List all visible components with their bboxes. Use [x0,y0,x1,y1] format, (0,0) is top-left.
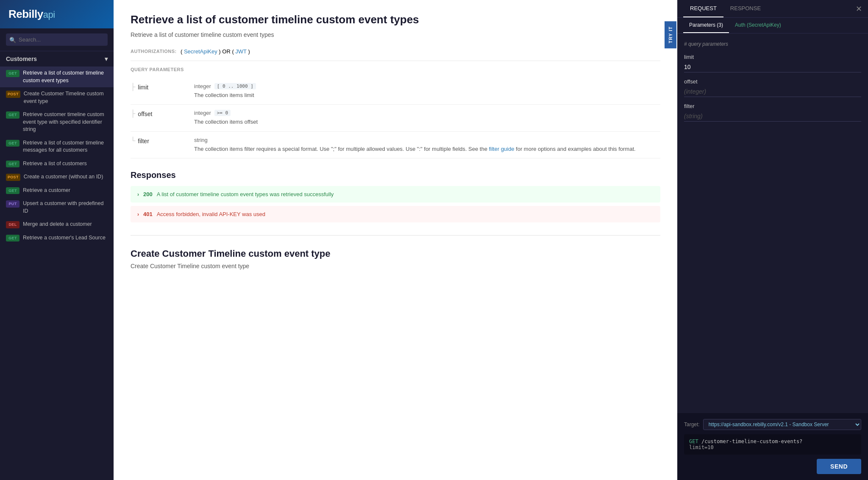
auth-link-secretapikey[interactable]: SecretApiKey [184,48,217,55]
panel-input-label-2: filter [684,103,861,109]
panel-footer: Target: https://api-sandbox.rebilly.com/… [677,413,868,480]
response-code-1: 401 [143,211,153,217]
auth-row: AUTHORIZATIONS: ( SecretApiKey ) OR ( JW… [131,48,660,55]
tab-request[interactable]: REQUEST [683,0,723,17]
panel-input-2[interactable] [684,111,861,122]
response-code-0: 200 [143,191,153,197]
req-params: limit=10 [689,444,714,450]
param-row-1: ├ offset integer >= 0 The collection ite… [131,105,660,132]
method-badge-3: GET [6,140,19,147]
method-badge-1: POST [6,91,20,98]
panel-input-1[interactable] [684,86,861,97]
try-it-label: TRY IT [668,26,673,43]
sidebar-item-label-0: Retrieve a list of customer timeline cus… [23,69,109,84]
responses-list: ›200A list of customer timeline custom e… [131,186,660,222]
param-desc-1: The collection items offset [194,118,660,126]
method-badge-6: GET [6,187,19,194]
responses-title: Responses [131,170,660,180]
search-input[interactable] [6,33,108,46]
logo-rebilly: Rebilly [8,8,43,20]
sidebar-item-label-7: Upsert a customer with predefined ID [23,200,109,215]
panel-input-label-1: offset [684,78,861,85]
logo-api: api [43,9,55,20]
filter-guide-link[interactable]: filter guide [489,146,514,152]
sidebar-item-label-3: Retrieve a list of customer timeline mes… [23,139,109,154]
param-desc-0: The collection items limit [194,91,660,100]
param-constraint-0: [ 0 .. 1000 ] [214,83,256,89]
close-button[interactable]: ✕ [856,4,862,14]
response-chevron-1: › [137,211,139,217]
sidebar-item-label-8: Merge and delete a customer [23,221,92,228]
main-content: Retrieve a list of customer timeline cus… [114,0,677,480]
panel-input-row-2: filter [684,103,861,122]
sidebar-item-9[interactable]: GETRetrieve a customer's Lead Source [0,231,114,245]
sidebar-item-7[interactable]: PUTUpsert a customer with predefined ID [0,197,114,218]
target-select[interactable]: https://api-sandbox.rebilly.com/v2.1 - S… [703,419,861,430]
sidebar-item-label-9: Retrieve a customer's Lead Source [23,234,106,242]
section2-desc: Create Customer Timeline custom event ty… [131,263,660,269]
param-row-0: ├ limit integer [ 0 .. 1000 ] The collec… [131,78,660,105]
panel-input-row-1: offset [684,78,861,97]
query-params-label: QUERY PARAMETERS [131,67,660,72]
method-badge-7: PUT [6,200,19,208]
tab-auth-secretapikey[interactable]: Auth (SecretApiKey) [729,18,787,33]
sidebar-item-5[interactable]: POSTCreate a customer (without an ID) [0,170,114,184]
param-name-0: limit [138,84,148,91]
param-type-2: string [194,137,208,143]
param-row-2: └ filter string The collection items fil… [131,132,660,159]
response-desc-0: A list of customer timeline custom event… [157,191,334,197]
sidebar-item-0[interactable]: GETRetrieve a list of customer timeline … [0,67,114,87]
sidebar-item-2[interactable]: GETRetrieve customer timeline custom eve… [0,108,114,136]
response-desc-1: Access forbidden, invalid API-KEY was us… [157,211,265,217]
params-table: ├ limit integer [ 0 .. 1000 ] The collec… [131,78,660,159]
panel-tabs: REQUEST RESPONSE [677,0,868,18]
response-chevron-0: › [137,191,139,197]
search-icon: 🔍 [9,36,16,43]
divider [131,61,660,61]
send-button[interactable]: SEND [817,459,861,474]
method-badge-0: GET [6,70,19,77]
right-panel: TRY IT ✕ REQUEST RESPONSE Parameters (3)… [677,0,868,480]
sidebar-item-label-6: Retrieve a customer [23,187,70,194]
param-connector-0: ├ [131,83,135,91]
sidebar-section-customers[interactable]: Customers ▾ [0,51,114,67]
panel-input-row-0: limit [684,54,861,72]
logo-area: Rebillyapi [0,0,114,28]
auth-link-jwt[interactable]: JWT [235,48,246,55]
auth-options: ( SecretApiKey ) OR ( JWT ) [181,48,250,55]
params-auth-tabs: Parameters (3) Auth (SecretApiKey) [677,18,868,33]
try-it-tab[interactable]: TRY IT [665,21,676,48]
panel-inputs: limit offset filter [684,54,861,122]
tab-parameters[interactable]: Parameters (3) [683,18,729,33]
query-params-comment: # query parameters [684,41,861,47]
sidebar-section-label: Customers [6,55,37,62]
target-row: Target: https://api-sandbox.rebilly.com/… [684,419,861,430]
param-connector-1: ├ [131,110,135,117]
target-label: Target: [684,422,700,427]
section2-title: Create Customer Timeline custom event ty… [131,248,660,259]
tab-response[interactable]: RESPONSE [723,0,768,17]
chevron-down-icon: ▾ [105,55,108,62]
response-item-1[interactable]: ›401Access forbidden, invalid API-KEY wa… [131,206,660,222]
sidebar-item-6[interactable]: GETRetrieve a customer [0,184,114,197]
request-preview: GET /customer-timeline-custom-events? li… [684,434,861,455]
page-subtitle: Retrieve a list of customer timeline cus… [131,31,660,38]
sidebar-item-3[interactable]: GETRetrieve a list of customer timeline … [0,136,114,157]
response-item-0[interactable]: ›200A list of customer timeline custom e… [131,186,660,203]
auth-label: AUTHORIZATIONS: [131,49,177,54]
sidebar-item-label-5: Create a customer (without an ID) [24,173,103,181]
method-badge-2: GET [6,111,19,119]
req-path: /customer-timeline-custom-events? [701,438,802,444]
sidebar: Rebillyapi 🔍 Customers ▾ GETRetrieve a l… [0,0,114,480]
page-title: Retrieve a list of customer timeline cus… [131,13,660,27]
sidebar-item-label-4: Retrieve a list of customers [23,160,87,168]
panel-input-0[interactable] [684,62,861,72]
sidebar-item-1[interactable]: POSTCreate Customer Timeline custom even… [0,87,114,108]
req-method: GET [689,438,698,444]
sidebar-item-4[interactable]: GETRetrieve a list of customers [0,157,114,171]
send-row: SEND [684,459,861,474]
param-name-1: offset [138,111,152,117]
sidebar-item-label-1: Create Customer Timeline custom event ty… [24,90,109,105]
param-type-0: integer [194,83,211,89]
sidebar-item-8[interactable]: DELMerge and delete a customer [0,218,114,231]
